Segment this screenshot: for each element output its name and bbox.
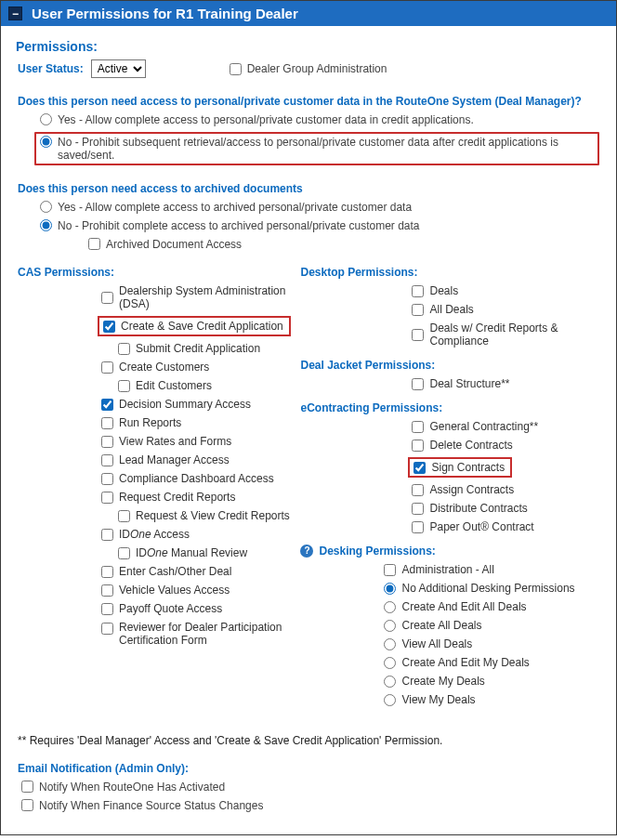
econtract-general[interactable]: General Contracting** [412, 420, 599, 433]
desking-admin-all[interactable]: Administration - All [384, 563, 599, 576]
desking-view-all[interactable]: View All Deals [384, 637, 599, 650]
help-icon[interactable]: ? [300, 545, 313, 558]
q2-yes-radio[interactable] [40, 201, 52, 213]
q1-yes-option[interactable]: Yes - Allow complete access to personal/… [40, 113, 599, 126]
dealjacket-title: Deal Jacket Permissions: [300, 359, 599, 372]
dealjacket-structure[interactable]: Deal Structure** [412, 377, 599, 390]
desking-create-my[interactable]: Create My Deals [384, 675, 599, 688]
q1-yes-radio[interactable] [40, 113, 52, 125]
user-status-label: User Status: [18, 62, 84, 75]
cas-create-customers[interactable]: Create Customers [101, 361, 296, 374]
econtract-sign-label: Sign Contracts [431, 461, 505, 474]
desktop-deals-credit[interactable]: Deals w/ Credit Reports & Compliance [412, 322, 599, 348]
desktop-all-deals[interactable]: All Deals [412, 303, 599, 316]
cas-payoff[interactable]: Payoff Quote Access [101, 602, 296, 615]
cas-submit[interactable]: Submit Credit Application [118, 342, 296, 355]
email-notify-fs[interactable]: Notify When Finance Source Status Change… [21, 799, 599, 812]
cas-reviewer[interactable]: Reviewer for Dealer Participation Certif… [101, 621, 296, 647]
econtract-title: eContracting Permissions: [300, 401, 599, 414]
question-personal-data: Does this person need access to personal… [18, 95, 599, 108]
cas-view-rates[interactable]: View Rates and Forms [101, 435, 296, 448]
archived-doc-access-checkbox[interactable] [88, 238, 100, 250]
desking-no-add[interactable]: No Additional Desking Permissions [384, 582, 599, 595]
q1-no-wrapper: No - Prohibit subsequent retrieval/acces… [34, 132, 599, 165]
cas-column: CAS Permissions: Dealership System Admin… [18, 264, 296, 712]
user-status-select[interactable]: Active [91, 59, 146, 78]
cas-idone-access[interactable]: IDOne Access [101, 528, 296, 541]
desking-view-my[interactable]: View My Deals [384, 693, 599, 706]
email-title: Email Notification (Admin Only): [18, 762, 599, 775]
desktop-title: Desktop Permissions: [300, 266, 599, 279]
cas-title: CAS Permissions: [18, 266, 296, 279]
panel-header: − User Permissions for R1 Training Deale… [1, 1, 616, 26]
desking-create-edit-my[interactable]: Create And Edit My Deals [384, 656, 599, 669]
cas-vehicle-values[interactable]: Vehicle Values Access [101, 584, 296, 597]
cas-edit-customers[interactable]: Edit Customers [118, 379, 296, 392]
dealer-group-admin-checkbox[interactable] [230, 63, 242, 75]
q1-no-radio[interactable] [40, 136, 52, 148]
econtract-paperout[interactable]: Paper Out® Contract [412, 520, 599, 533]
q2-no-radio[interactable] [40, 219, 52, 231]
q2-no-option[interactable]: No - Prohibit complete access to archive… [40, 219, 599, 232]
cas-enter-cash[interactable]: Enter Cash/Other Deal [101, 565, 296, 578]
permissions-panel: − User Permissions for R1 Training Deale… [0, 0, 617, 835]
econtract-sign-checkbox[interactable] [414, 462, 426, 474]
desking-title-row: ? Desking Permissions: [300, 545, 599, 558]
econtract-delete[interactable]: Delete Contracts [412, 439, 599, 452]
collapse-icon[interactable]: − [8, 7, 22, 20]
econtract-distribute[interactable]: Distribute Contracts [412, 502, 599, 515]
question-archived: Does this person need access to archived… [18, 182, 599, 195]
desking-title: Desking Permissions: [319, 545, 435, 558]
desktop-deals[interactable]: Deals [412, 284, 599, 297]
cas-idone-manual[interactable]: IDOne Manual Review [118, 546, 296, 559]
cas-decision[interactable]: Decision Summary Access [101, 398, 296, 411]
cas-create-save-label: Create & Save Credit Application [121, 320, 283, 333]
q2-yes-option[interactable]: Yes - Allow complete access to archived … [40, 201, 599, 214]
q1-no-option[interactable]: No - Prohibit subsequent retrieval/acces… [40, 136, 594, 162]
cas-req-view-credit[interactable]: Request & View Credit Reports [118, 509, 296, 522]
cas-create-save-checkbox[interactable] [103, 321, 115, 333]
footnote: ** Requires 'Deal Manager' Access and 'C… [18, 734, 599, 747]
panel-title: User Permissions for R1 Training Dealer [32, 6, 298, 21]
econtract-assign[interactable]: Assign Contracts [412, 483, 599, 496]
email-notify-activated[interactable]: Notify When RouteOne Has Activated [21, 781, 599, 794]
cas-run-reports[interactable]: Run Reports [101, 416, 296, 429]
right-column: Desktop Permissions: Deals All Deals Dea… [296, 264, 599, 712]
cas-dsa[interactable]: Dealership System Administration (DSA) [101, 284, 296, 310]
econtract-sign-wrap: Sign Contracts [408, 457, 599, 478]
cas-create-save-wrap: Create & Save Credit Application [98, 316, 296, 336]
desking-create-all[interactable]: Create All Deals [384, 619, 599, 632]
cas-lead-mgr[interactable]: Lead Manager Access [101, 453, 296, 466]
panel-body: Permissions: User Status: Active Dealer … [1, 26, 616, 834]
cas-req-credit[interactable]: Request Credit Reports [101, 491, 296, 504]
permission-columns: CAS Permissions: Dealership System Admin… [18, 264, 599, 712]
desking-create-edit-all[interactable]: Create And Edit All Deals [384, 600, 599, 613]
cas-compliance[interactable]: Compliance Dashboard Access [101, 472, 296, 485]
archived-doc-access[interactable]: Archived Document Access [88, 238, 599, 251]
dealer-group-admin[interactable]: Dealer Group Administration [230, 62, 387, 75]
user-status-row: User Status: Active Dealer Group Adminis… [18, 59, 599, 78]
permissions-heading: Permissions: [16, 39, 599, 54]
